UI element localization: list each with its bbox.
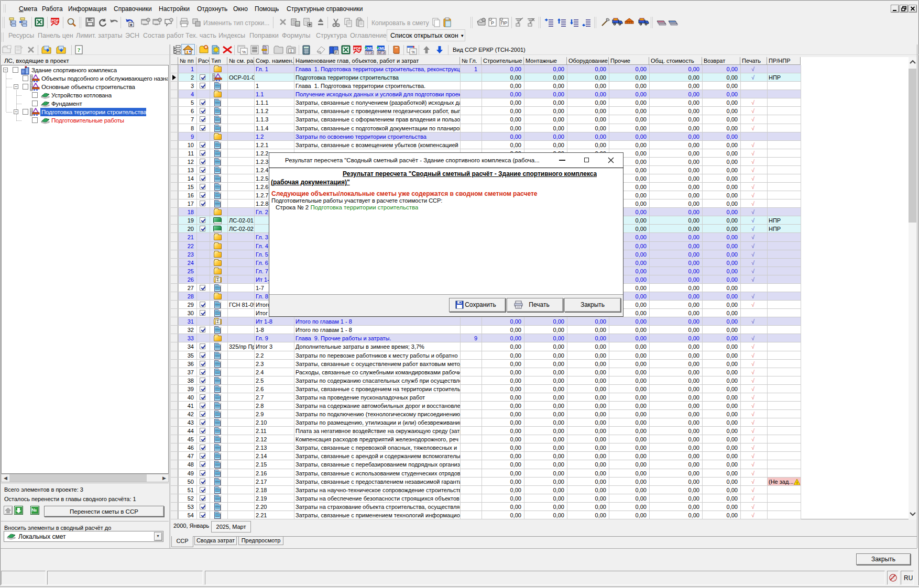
svg-text:ГГЭ: ГГЭ [366,51,373,54]
svg-text:✱: ✱ [130,23,133,27]
svg-text:?: ? [78,47,81,53]
svg-text:Σ: Σ [290,49,293,53]
svg-text:P: P [491,20,494,26]
svg-text:%: % [242,50,246,54]
svg-text:%: % [411,50,414,54]
svg-text:ПР: ПР [501,20,507,26]
svg-text:F: F [335,51,337,54]
svg-text:PDF: PDF [354,47,362,50]
svg-text:PDF: PDF [51,19,59,23]
svg-text:МГЭ: МГЭ [378,51,385,54]
svg-text:!: ! [796,481,797,485]
